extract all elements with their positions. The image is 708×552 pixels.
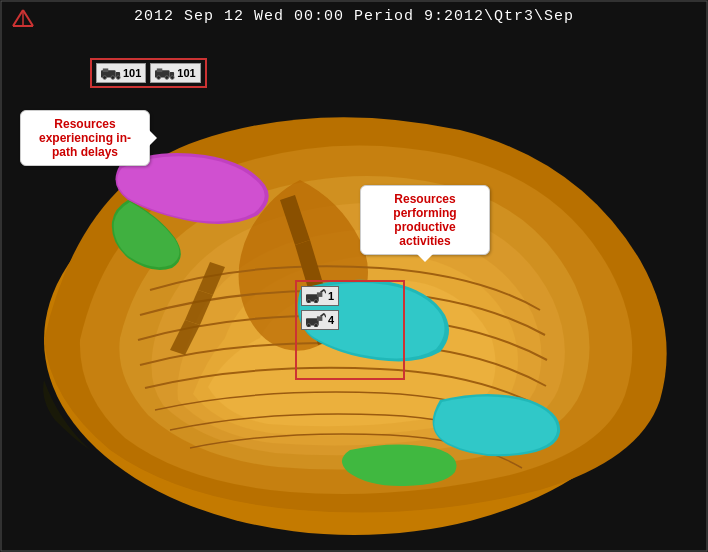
center-badge1-label: 1 bbox=[328, 290, 334, 302]
svg-rect-26 bbox=[317, 316, 322, 321]
callout-right-text: Resources performing productive activiti… bbox=[393, 192, 456, 248]
truck-icon-1 bbox=[101, 66, 121, 80]
svg-point-10 bbox=[103, 76, 107, 80]
svg-point-17 bbox=[165, 76, 169, 80]
equipment-center-group: 1 4 bbox=[295, 280, 405, 380]
excavator-icon-2 bbox=[306, 313, 326, 327]
truck-icon-2 bbox=[155, 66, 175, 80]
equipment-top-group: 101 101 bbox=[90, 58, 207, 88]
svg-rect-9 bbox=[103, 68, 108, 72]
svg-line-3 bbox=[13, 10, 23, 26]
equipment-badge-2: 101 bbox=[150, 63, 200, 83]
svg-point-12 bbox=[116, 76, 120, 80]
svg-rect-15 bbox=[157, 68, 162, 72]
svg-point-29 bbox=[307, 324, 311, 327]
svg-rect-20 bbox=[317, 292, 322, 297]
corner-icon bbox=[8, 8, 38, 42]
svg-point-24 bbox=[314, 300, 318, 303]
svg-point-30 bbox=[314, 324, 318, 327]
equipment-badge-1: 101 bbox=[96, 63, 146, 83]
callout-productive-activities: Resources performing productive activiti… bbox=[360, 185, 490, 255]
equipment-center-badge-2: 4 bbox=[301, 310, 339, 330]
svg-line-28 bbox=[324, 314, 326, 318]
svg-point-16 bbox=[157, 76, 161, 80]
title-bar: 2012 Sep 12 Wed 00:00 Period 9:2012\Qtr3… bbox=[0, 8, 708, 25]
svg-line-22 bbox=[324, 290, 326, 294]
badge2-label: 101 bbox=[177, 67, 195, 79]
callout-left-text: Resources experiencing in-path delays bbox=[39, 117, 131, 159]
equipment-center-badge-1: 1 bbox=[301, 286, 339, 306]
svg-point-18 bbox=[171, 76, 175, 80]
scene: 2012 Sep 12 Wed 00:00 Period 9:2012\Qtr3… bbox=[0, 0, 708, 552]
center-badge2-label: 4 bbox=[328, 314, 334, 326]
callout-in-path-delays: Resources experiencing in-path delays bbox=[20, 110, 150, 166]
svg-point-23 bbox=[307, 300, 311, 303]
excavator-icon-1 bbox=[306, 289, 326, 303]
title-text: 2012 Sep 12 Wed 00:00 Period 9:2012\Qtr3… bbox=[134, 8, 574, 25]
svg-line-4 bbox=[23, 10, 33, 26]
svg-point-11 bbox=[111, 76, 115, 80]
badge1-label: 101 bbox=[123, 67, 141, 79]
